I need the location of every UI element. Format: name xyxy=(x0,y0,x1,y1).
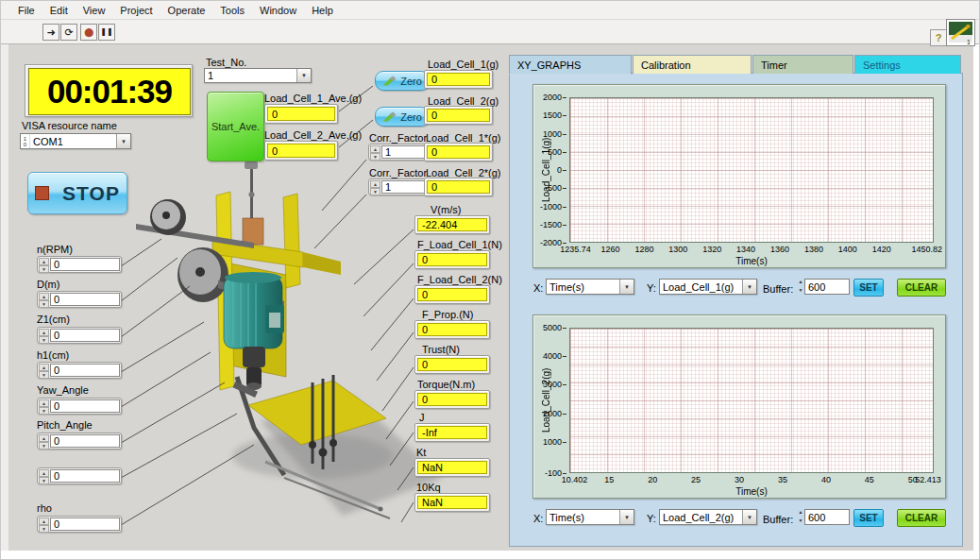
spinner-arrows[interactable]: ▲▼ xyxy=(39,434,49,448)
menu-help[interactable]: Help xyxy=(304,5,341,16)
chevron-down-icon[interactable]: ▼ xyxy=(619,280,634,294)
torque-value: 0 xyxy=(417,393,487,406)
f-prop-indicator: 0 xyxy=(414,320,490,339)
corr-factor-2-value[interactable]: 1 xyxy=(381,180,427,194)
d-m-value[interactable]: 0 xyxy=(50,293,120,306)
spinner-arrows[interactable]: ▲▼ xyxy=(39,469,49,483)
d-m-input[interactable]: ▲▼ 0 xyxy=(37,291,122,308)
h1-cm-value[interactable]: 0 xyxy=(50,364,120,377)
zero-2-button[interactable]: Zero xyxy=(375,107,430,127)
yaw-angle-value[interactable]: 0 xyxy=(50,399,120,413)
graph2-y-ticks: 50004000300020001000-100 xyxy=(533,328,567,473)
graph2-plot-area[interactable] xyxy=(569,328,934,473)
graph2-set-button[interactable]: SET xyxy=(853,509,884,527)
unlabeled-input[interactable]: ▲▼ 0 xyxy=(37,467,122,484)
spinner-arrows[interactable]: ▲▼ xyxy=(370,180,380,194)
z1-cm-input[interactable]: ▲▼ 0 xyxy=(37,327,122,344)
kt-indicator: NaN xyxy=(414,458,490,477)
menu-operate[interactable]: Operate xyxy=(161,5,213,16)
pitch-angle-input[interactable]: ▲▼ 0 xyxy=(37,433,122,450)
chevron-down-icon[interactable]: ▼ xyxy=(742,280,756,294)
chevron-down-icon[interactable]: ▼ xyxy=(619,510,634,524)
graph2-clear-button[interactable]: CLEAR xyxy=(897,509,946,527)
trust-indicator: 0 xyxy=(414,355,490,374)
tab-timer[interactable]: Timer xyxy=(752,55,853,74)
rho-input[interactable]: ▲▼ 0 xyxy=(37,516,122,533)
zero-1-label: Zero xyxy=(400,76,422,87)
context-help-button[interactable]: ? xyxy=(930,29,947,46)
vi-icon[interactable]: 1 xyxy=(946,19,975,46)
unlabeled-value[interactable]: 0 xyxy=(50,469,120,483)
chevron-down-icon[interactable]: ▼ xyxy=(742,510,756,524)
zero-1-button[interactable]: Zero xyxy=(375,71,430,91)
menu-view[interactable]: View xyxy=(76,5,113,16)
x-tick-label: 52.413 xyxy=(915,475,941,484)
graph1-set-label: SET xyxy=(859,282,877,293)
test-no-label: Test_No. xyxy=(206,57,246,68)
visa-resource-dropdown[interactable]: 10 COM1 ▼ xyxy=(20,133,131,149)
graph2-y-dropdown[interactable]: Load_Cell_2(g) ▼ xyxy=(659,509,757,525)
z1-cm-value[interactable]: 0 xyxy=(50,329,120,342)
v-ms-label: V(m/s) xyxy=(431,204,461,215)
run-continuous-icon: ⟳ xyxy=(64,27,73,38)
rho-value[interactable]: 0 xyxy=(50,518,120,531)
graph-load-cell-1[interactable]: Load_Cell_1(g) 2000150010005000-500-1000… xyxy=(532,84,946,268)
x-tick-label: 1420 xyxy=(872,245,891,254)
graph1-plot-area[interactable] xyxy=(569,97,934,243)
pause-button[interactable]: ❚❚ xyxy=(98,24,115,41)
spinner-arrows[interactable]: ▲▼ xyxy=(39,258,49,271)
f-load-cell-1-indicator: 0 xyxy=(414,250,490,269)
chevron-down-icon[interactable]: ▼ xyxy=(116,134,130,148)
graph1-buffer-field[interactable]: 600 xyxy=(804,279,850,295)
menu-project[interactable]: Project xyxy=(112,5,160,16)
ten-kq-value: NaN xyxy=(417,496,487,509)
spinner-arrows[interactable]: ▲▼ xyxy=(39,293,49,306)
h1-cm-input[interactable]: ▲▼ 0 xyxy=(37,362,122,379)
load-cell-2-star-indicator: 0 xyxy=(424,178,493,196)
graph2-buffer-spinner[interactable]: ▲▼ xyxy=(797,509,804,525)
x-tick-label: 1360 xyxy=(770,245,789,254)
graph2-buffer-field[interactable]: 600 xyxy=(804,509,850,525)
run-continuous-button[interactable]: ⟳ xyxy=(60,24,77,41)
load-cell-1-star-value: 0 xyxy=(427,145,490,159)
start-ave-button[interactable]: Start_Ave. xyxy=(207,92,264,161)
menu-edit[interactable]: Edit xyxy=(42,5,76,16)
visa-resource-value: COM1 xyxy=(30,134,116,148)
spinner-arrows[interactable]: ▲▼ xyxy=(39,399,49,413)
graph2-x-dropdown[interactable]: Time(s) ▼ xyxy=(546,509,634,525)
run-button[interactable]: ➜ xyxy=(42,24,59,41)
tab-xy-graphs[interactable]: XY_GRAPHS xyxy=(509,55,632,75)
spinner-arrows[interactable]: ▲▼ xyxy=(370,145,380,159)
yaw-angle-input[interactable]: ▲▼ 0 xyxy=(37,398,122,415)
graph-load-cell-2[interactable]: Load_Cell_2(g) 50004000300020001000-100 … xyxy=(532,314,946,499)
corr-factor-2-input[interactable]: ▲▼ 1 xyxy=(368,178,429,195)
abort-button[interactable]: ⬤ xyxy=(80,24,97,41)
corr-factor-1-input[interactable]: ▲▼ 1 xyxy=(368,144,429,161)
stop-button[interactable]: STOP xyxy=(27,172,127,214)
corr-factor-1-value[interactable]: 1 xyxy=(381,145,427,159)
graph1-x-dropdown[interactable]: Time(s) ▼ xyxy=(546,279,634,295)
rho-label: rho xyxy=(37,502,52,514)
graph1-set-button[interactable]: SET xyxy=(853,279,884,297)
menu-tools[interactable]: Tools xyxy=(212,5,252,16)
spinner-arrows[interactable]: ▲▼ xyxy=(39,518,49,531)
pitch-angle-value[interactable]: 0 xyxy=(50,434,120,448)
graph1-clear-button[interactable]: CLEAR xyxy=(897,279,946,297)
stop-button-label: STOP xyxy=(62,182,120,205)
test-no-dropdown[interactable]: 1 ▼ xyxy=(204,68,312,83)
n-rpm-value[interactable]: 0 xyxy=(50,258,120,271)
menu-file[interactable]: File xyxy=(10,5,42,16)
n-rpm-input[interactable]: ▲▼ 0 xyxy=(37,256,122,273)
spinner-arrows[interactable]: ▲▼ xyxy=(39,329,49,342)
graph1-y-dropdown[interactable]: Load_Cell_1(g) ▼ xyxy=(659,279,757,295)
menu-window[interactable]: Window xyxy=(252,5,304,16)
tab-settings[interactable]: Settings xyxy=(854,55,961,74)
y-tick-label: 2000 xyxy=(543,93,562,102)
visa-io-icon: 10 xyxy=(21,134,30,148)
chevron-down-icon[interactable]: ▼ xyxy=(296,69,311,82)
x-tick-label: 1450.82 xyxy=(912,245,943,254)
spinner-arrows[interactable]: ▲▼ xyxy=(39,364,49,377)
tab-calibration[interactable]: Calibration xyxy=(633,55,752,74)
graph1-buffer-spinner[interactable]: ▲▼ xyxy=(797,279,804,295)
graph2-y-label: Y: xyxy=(647,513,656,524)
